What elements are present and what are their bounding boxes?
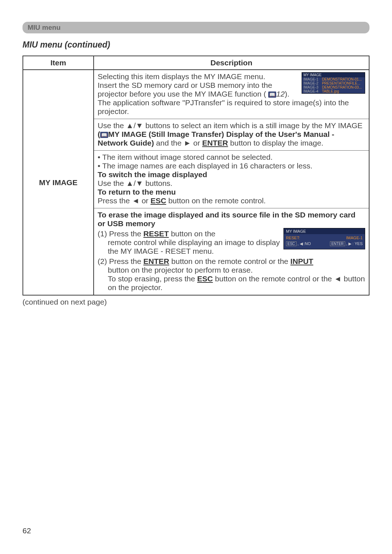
- col-header-desc: Description: [94, 56, 369, 70]
- step2-c: button on the projector to perform to er…: [108, 266, 253, 274]
- page-number: 62: [23, 526, 31, 535]
- reset-button-ref: RESET: [143, 229, 169, 238]
- section-title: MIU menu (continued): [23, 40, 369, 50]
- desc-erase: To erase the image displayed and its sou…: [94, 208, 369, 295]
- osd2-yes: ENTER , ▶ : YES: [330, 241, 363, 246]
- select-text-a: Use the ▲/▼ buttons to select an item wh…: [98, 121, 363, 130]
- select-text-d: button to display the image.: [228, 139, 323, 147]
- book-icon: 📖: [268, 91, 276, 98]
- description-cell: MY IMAGE IMAGE-1DEMONSTRATION-01... IMAG…: [94, 70, 369, 295]
- step2-a: (2) Press the: [98, 257, 143, 265]
- desc-notes: • The item without image stored cannot b…: [94, 151, 369, 208]
- osd-row-label: IMAGE-1: [302, 77, 320, 81]
- osd-row-value: TABLE.jpg: [320, 89, 365, 93]
- content-table: Item Description MY IMAGE MY IMAGE IMAGE…: [23, 56, 369, 296]
- bullet-2: • The image names are each displayed in …: [98, 162, 313, 170]
- breadcrumb-text: MIU menu: [28, 24, 61, 31]
- breadcrumb-bar: MIU menu: [23, 22, 369, 33]
- enter-button-ref: ENTER: [143, 257, 169, 265]
- intro-line2a: Insert the SD memory card or USB memory …: [98, 81, 272, 98]
- osd-row-label: IMAGE-4: [302, 89, 320, 93]
- enter-button-ref: ENTER: [202, 139, 228, 147]
- osd-reset-dialog: MY IMAGE RESET: IMAGE-1 ESC , ◀ :NO ENTE…: [283, 228, 365, 249]
- osd-myimage-list: MY IMAGE IMAGE-1DEMONSTRATION-01... IMAG…: [302, 72, 365, 94]
- col-header-item: Item: [23, 56, 94, 70]
- return-text-b: button on the remote control.: [166, 196, 266, 205]
- osd2-reset-value: IMAGE-1: [346, 236, 363, 240]
- osd-row-value: PRESENTATIONFILE...: [320, 81, 365, 85]
- step1-a: (1) Press the: [98, 229, 143, 238]
- switch-text: Use the ▲/▼ buttons.: [98, 179, 172, 187]
- esc-button-ref: ESC: [151, 196, 166, 205]
- desc-intro: MY IMAGE IMAGE-1DEMONSTRATION-01... IMAG…: [94, 70, 369, 119]
- osd-row-label: IMAGE-3: [302, 85, 320, 89]
- osd-row-value: DEMONSTRATION-01...: [320, 77, 365, 81]
- input-button-ref: INPUT: [290, 257, 313, 265]
- return-heading: To return to the menu: [98, 188, 176, 196]
- select-text-c: and the ► or: [156, 139, 202, 147]
- osd-row-label: IMAGE-2: [302, 81, 320, 85]
- esc-button-ref: ESC: [197, 274, 213, 283]
- return-text-a: Press the ◄ or: [98, 196, 151, 205]
- osd2-title: MY IMAGE: [284, 228, 365, 234]
- switch-heading: To switch the image displayed: [98, 170, 207, 179]
- osd2-reset-label: RESET:: [286, 236, 300, 240]
- book-icon: 📖: [100, 132, 108, 138]
- erase-heading: To erase the image displayed and its sou…: [98, 211, 355, 228]
- step2-d: To stop erasing, press the: [108, 274, 197, 283]
- page-ref: 12: [276, 90, 285, 98]
- item-name: MY IMAGE: [23, 70, 94, 295]
- osd-title: MY IMAGE: [302, 73, 365, 77]
- desc-select: Use the ▲/▼ buttons to select an item wh…: [94, 119, 369, 151]
- step2-b: button on the remote control or the: [169, 257, 290, 265]
- osd2-no: ESC , ◀ :NO: [286, 241, 311, 246]
- step1-b: button on the: [169, 229, 215, 238]
- osd-row-value: DEMONSTRATION-03...: [320, 85, 365, 89]
- bullet-1: • The item without image stored cannot b…: [98, 153, 273, 161]
- continued-note: (continued on next page): [23, 298, 369, 306]
- intro-line1: Selecting this item displays the MY IMAG…: [98, 72, 265, 81]
